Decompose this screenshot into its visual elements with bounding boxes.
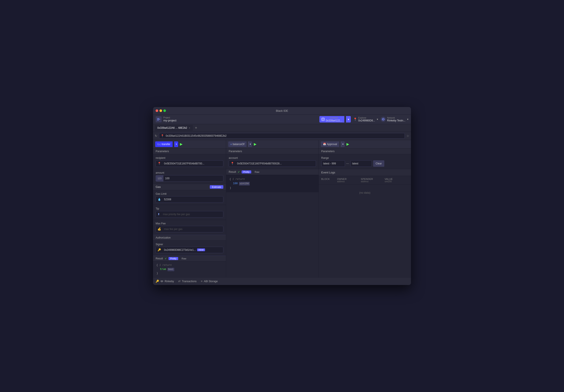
signer-value: 0x249980D88C273d1Ae1... miner [163, 248, 223, 252]
project-name: my-project [163, 119, 176, 122]
contract-section: Contract 0x339a4122... ▾ [319, 116, 351, 123]
network-value: Rinkeby Testn... [387, 119, 405, 122]
address-input[interactable] [159, 133, 405, 139]
recipient-input-row: 📍 [156, 160, 223, 167]
amount-label: amount [156, 171, 223, 174]
result-line-1: ( 1 return [156, 263, 223, 267]
project-info: Project my-project [156, 116, 319, 122]
network-status[interactable]: 🔑 Rinkeby [156, 280, 174, 283]
gas-limit-group: Gas Limit 💧 [153, 190, 226, 205]
clear-button[interactable]: Clear [373, 160, 384, 167]
address-pin-icon: 📍 [161, 134, 164, 137]
bookmark-button[interactable]: ☆ [407, 134, 409, 138]
right-parameters-title: Parameters [319, 149, 411, 154]
miner-badge: miner [197, 249, 205, 251]
left-pretty-button[interactable]: Pretty [169, 257, 178, 260]
main-content: f(x) transfer ▾ ▶ Parameters recipient 📍… [153, 140, 411, 278]
approval-function-button[interactable]: 📅 Approval [321, 141, 339, 147]
mid-result-label: Result [229, 170, 236, 173]
network-icon [381, 117, 386, 122]
recipient-pin-icon: 📍 [156, 162, 163, 165]
explorer-icon: 📍 [353, 118, 357, 121]
mid-parameters-title: Parameters [226, 149, 319, 154]
network-label: Network [387, 117, 405, 119]
result-line-3: ) [156, 271, 223, 276]
refresh-button[interactable]: ↻ [155, 134, 157, 138]
tip-input[interactable] [162, 212, 223, 217]
signer-row: 🔑 0x249980D88C273d1Ae1... miner [156, 247, 223, 253]
range-label: Range [321, 156, 409, 159]
explorer-section: 📍 Explorer 0x249980D8... ▾ [353, 117, 378, 122]
recipient-label: recipient [156, 156, 223, 159]
transactions-status[interactable]: ⇄ Transactions [178, 280, 197, 283]
balance-run-button[interactable]: ▶ [254, 142, 256, 146]
window-title: Black IDE [276, 109, 288, 112]
mid-func-header: ≡ balanceOf ▾ ▶ [226, 140, 319, 149]
approval-run-button[interactable]: ▶ [346, 142, 349, 146]
transfer-run-button[interactable]: ▶ [180, 142, 183, 146]
result-bool-type: bool [168, 268, 174, 271]
contract-button[interactable]: Contract 0x339a4122... [319, 116, 344, 123]
abi-storage-icon: ≡ [201, 280, 203, 283]
close-button[interactable] [156, 109, 158, 112]
range-from-input[interactable] [321, 160, 345, 167]
explorer-label: Explorer [358, 117, 375, 119]
account-input[interactable] [236, 161, 316, 166]
transfer-dropdown-button[interactable]: ▾ [174, 141, 178, 147]
contract-dropdown-button[interactable]: ▾ [346, 116, 351, 123]
amount-group: amount 123 [153, 169, 226, 184]
transfer-function-button[interactable]: f(x) transfer [155, 141, 173, 147]
range-to-input[interactable] [350, 160, 372, 167]
contract-meta: Contract 0x339a4122... [326, 117, 342, 122]
amount-row: 123 [156, 175, 223, 182]
network-status-label: Rinkeby [160, 280, 174, 283]
tip-row: ⬆ [156, 211, 223, 218]
event-logs-header: Event Logs [319, 169, 411, 176]
mid-raw-button[interactable]: Raw [253, 170, 261, 173]
svg-rect-2 [157, 120, 159, 120]
contract-icon [322, 118, 324, 121]
balance-function-button[interactable]: ≡ balanceOf [228, 141, 247, 147]
key-icon: 🔑 [156, 248, 163, 252]
left-raw-button[interactable]: Raw [180, 257, 188, 260]
max-fee-input[interactable] [163, 227, 223, 231]
maximize-button[interactable] [163, 109, 166, 112]
minimize-button[interactable] [159, 109, 162, 112]
abi-storage-status[interactable]: ≡ ABI Storage [201, 280, 218, 283]
address-bar: ↻ 📍 ☆ [153, 132, 411, 140]
project-bar: Project my-project Contract 0x339a4122..… [153, 115, 411, 124]
recipient-input[interactable] [163, 161, 223, 166]
left-func-header: f(x) transfer ▾ ▶ [153, 140, 226, 149]
left-result-label: Result [156, 257, 163, 260]
mid-pretty-button[interactable]: Pretty [242, 170, 251, 173]
max-fee-label: Max Fee [156, 222, 223, 225]
return-comment: 1 return [159, 263, 172, 267]
result-check-icon: ✓ [165, 257, 167, 260]
estimate-button[interactable]: Estimate [210, 185, 223, 189]
gas-limit-input[interactable] [163, 197, 223, 202]
account-group: account 📍 [226, 154, 319, 169]
balance-icon: ≡ [230, 143, 232, 145]
spender-col-header: SPENDER address [361, 178, 385, 183]
add-tab-button[interactable]: + [194, 126, 198, 130]
explorer-meta: Explorer 0x249980D8... [358, 117, 375, 122]
balance-dropdown-button[interactable]: ▾ [248, 141, 252, 147]
range-row: — Clear [321, 160, 409, 167]
main-tab[interactable]: 0x339a4122A6 ... 68E2b2 × [155, 125, 193, 131]
max-fee-row: 💰 [156, 226, 223, 232]
range-group: Range — Clear [319, 154, 411, 169]
svg-rect-3 [322, 118, 324, 121]
mid-result-type: uint256 [239, 182, 250, 185]
approval-dropdown-button[interactable]: ▾ [341, 141, 345, 147]
explorer-dropdown-button[interactable]: ▾ [377, 118, 378, 121]
mid-result-line-3: ) [229, 186, 315, 190]
left-parameters-title: Parameters [153, 149, 226, 154]
network-dropdown-button[interactable]: ▾ [407, 118, 408, 121]
gas-label: Gas [156, 185, 161, 188]
amount-input[interactable] [163, 176, 223, 181]
tab-close-icon[interactable]: × [189, 127, 190, 129]
signer-label: Signer [156, 243, 223, 246]
approval-function-label: Approval [327, 143, 337, 146]
gas-limit-label: Gas Limit [156, 192, 223, 195]
tip-icon: ⬆ [156, 212, 162, 216]
